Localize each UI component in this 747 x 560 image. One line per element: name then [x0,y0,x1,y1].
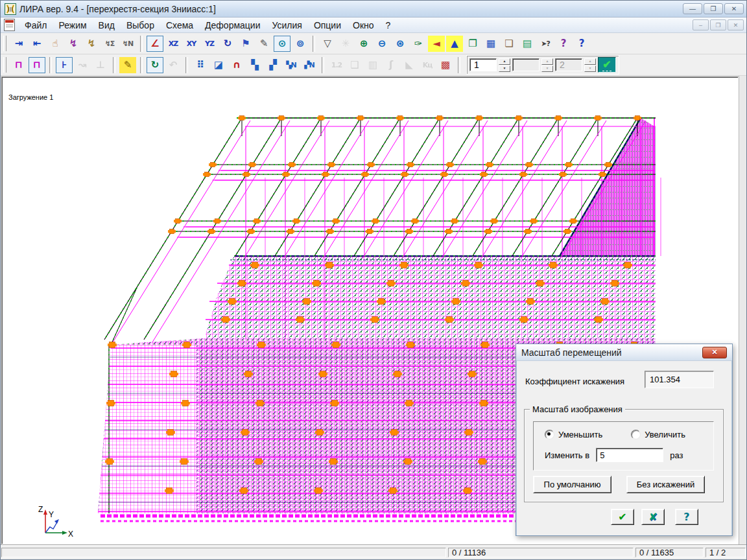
minimize-button[interactable]: — [683,3,702,14]
menu-item-1[interactable]: Режим [53,19,92,32]
paint-brush-icon-glyph: ✑ [414,39,423,49]
flag-pencil-icon-glyph: ⚑ [241,39,250,49]
flashlight-icon[interactable]: ◄ [428,36,445,52]
change-factor-input[interactable] [596,448,663,462]
zoom-in-icon[interactable]: ⊕ [355,36,372,52]
mosaic-colors-icon[interactable]: ▩ [437,57,454,73]
frame-nodes-icon[interactable]: ⠿ [192,57,209,73]
notepad-icon[interactable]: ▤ [519,36,536,52]
menu-item-9[interactable]: ? [380,19,397,32]
loadcase-spinner-down[interactable]: ▼ [499,65,510,72]
plate-fragment-icon[interactable]: ◪ [210,57,227,73]
refresh-deformation-icon[interactable]: ↻ [147,57,163,73]
arch-supports-icon[interactable]: ∩ [228,57,245,73]
window-quadrant-icon[interactable]: ▚ [246,57,263,73]
spatial-view-icon[interactable]: ∠ [147,36,163,52]
default-button[interactable]: По умолчанию [533,476,611,493]
zoom-full-icon-glyph: ⊛ [396,39,405,49]
menu-item-3[interactable]: Выбор [121,19,160,32]
toolbar-handle[interactable] [3,36,6,51]
xy-plane-icon-glyph: XY [187,40,196,47]
context-help-icon[interactable]: ➤? [537,36,554,52]
no-distortion-button[interactable]: Без искажений [626,476,705,493]
menu-item-5[interactable]: Деформации [199,19,266,32]
dialog-title: Масштаб перемещений [521,347,622,358]
xz-plane-icon-glyph: XZ [169,40,178,47]
scale-ruler-icon-glyph: ✎ [124,60,132,70]
attention-flags-icon[interactable]: ☝ [47,36,64,52]
help-book-icon[interactable]: ? [555,36,572,52]
pencil-icon[interactable]: ✎ [255,36,272,52]
increase-radio[interactable]: Увеличить [631,430,685,439]
zoom-out-icon[interactable]: ⊖ [374,36,390,52]
confirm-loadcase-icon[interactable]: ✔ [598,57,616,73]
toolbar-handle[interactable] [3,57,6,73]
menu-item-4[interactable]: Схема [160,19,199,32]
initial-scheme-icon[interactable]: ⊓ [10,57,27,73]
n-loads-icon[interactable]: ↯N [119,36,136,52]
document-icon[interactable] [4,19,15,31]
loading-flags-icon[interactable]: ↯ [65,36,82,52]
total-spinner: ▲▼ [584,58,596,72]
window-n1-icon[interactable]: ▚N [283,57,300,73]
toolbar-main: ⇥⇤☝↯↯↯Σ↯N∠XZXYYZ↻⚑✎⊙⊚▽✳⊕⊖⊛✑◄▲❐▦❏▤➤??? [1,33,746,54]
increase-radio-dot[interactable] [631,430,641,439]
decrease-radio[interactable]: Уменьшить [545,430,602,439]
undo-icon-glyph: ↶ [169,60,178,70]
menu-bar: ФайлРежимВидВыборСхемаДеформацииУсилияОп… [1,18,746,33]
close-button[interactable]: ✕ [724,3,744,14]
ground-loads-icon[interactable]: ↯ [83,36,100,52]
mdi-restore-button[interactable]: ❐ [710,19,726,30]
yz-plane-icon[interactable]: YZ [201,36,218,52]
loading-flags-icon-glyph: ↯ [69,39,78,49]
window-quadrant-icon-glyph: ▚ [251,60,259,70]
menu-item-6[interactable]: Усилия [267,19,308,32]
deformed-scheme-icon[interactable]: ⊓ [29,57,45,73]
table-edit-icon[interactable]: ▦ [482,36,499,52]
flag-pencil-icon[interactable]: ⚑ [237,36,254,52]
menu-item-0[interactable]: Файл [19,19,53,32]
cancel-button[interactable]: ✘ [641,509,665,525]
filter-icon[interactable]: ▽ [319,36,336,52]
zoom-world-icon[interactable]: ⊚ [292,36,309,52]
decrease-radio-dot[interactable] [545,430,554,439]
mdi-minimize-button[interactable]: – [693,19,709,30]
fragment-save-icon[interactable]: ⇥ [10,36,27,52]
window-n2-icon[interactable]: ▞N [301,57,318,73]
dialog-close-icon[interactable]: ✕ [702,347,727,358]
menu-item-2[interactable]: Вид [93,19,121,32]
xy-plane-icon[interactable]: XY [183,36,200,52]
xz-plane-icon[interactable]: XZ [165,36,182,52]
help-button[interactable]: ? [675,509,698,525]
report-book-icon[interactable]: ❐ [464,36,481,52]
about-icon[interactable]: ? [573,36,590,52]
toolbar-separator [458,57,460,73]
window-quadrant-dot-icon-glyph: ▞ [269,60,277,70]
restore-button[interactable]: ❐ [704,3,723,14]
scale-ruler-icon[interactable]: ✎ [119,57,136,73]
status-panel-2: 0 / 11635 [635,548,704,557]
clipboard-icon[interactable]: ❏ [501,36,517,52]
mdi-close-button[interactable]: ✕ [728,19,744,30]
n-loads-icon-glyph: ↯N [123,40,133,47]
loadcase-spinner-up[interactable]: ▲ [499,58,510,65]
mode-number-field [512,58,540,71]
ok-button[interactable]: ✔ [611,509,634,525]
rotate-model-icon[interactable]: ↻ [219,36,236,52]
window-quadrant-dot-icon[interactable]: ▞ [265,57,281,73]
menu-item-8[interactable]: Окно [347,19,380,32]
zoom-full-icon[interactable]: ⊛ [392,36,409,52]
zoom-window-icon[interactable]: ⊙ [274,36,290,52]
paint-brush-icon[interactable]: ✑ [410,36,427,52]
theodolite-icon[interactable]: ▲ [446,36,463,52]
sum-loads-icon[interactable]: ↯Σ [101,36,118,52]
deformed-scheme-icon-glyph: ⊓ [33,60,41,70]
filter-icon-glyph: ▽ [324,39,331,49]
bucket-icon-glyph: ◣ [405,60,413,70]
toolbar-separator [140,36,143,52]
dialog-title-bar[interactable]: Масштаб перемещений ✕ [516,344,732,361]
hinge-spring-icon[interactable]: ⊦ [56,57,73,73]
loadcase-number-field[interactable]: 1 [469,58,497,71]
menu-item-7[interactable]: Опции [308,19,347,32]
fragment-restore-icon[interactable]: ⇤ [29,36,45,52]
